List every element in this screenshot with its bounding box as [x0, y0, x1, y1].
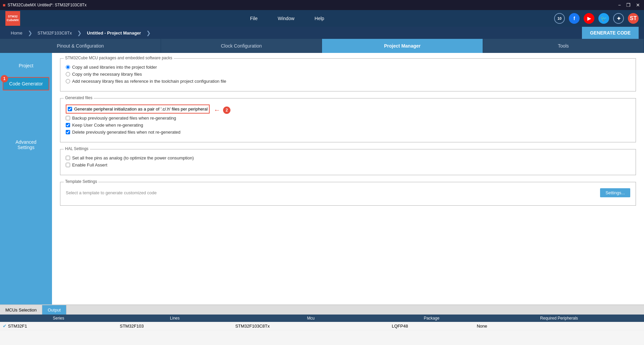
- tab-project-manager[interactable]: Project Manager: [322, 39, 483, 53]
- logo-box: STM32CubeMX: [5, 11, 20, 26]
- cell-series-value: STM32F1: [8, 324, 27, 329]
- hal-settings-group: HAL Settings Set all free pins as analog…: [60, 149, 636, 175]
- sidebar-item-code-generator[interactable]: 1 Code Generator: [3, 77, 49, 90]
- bottom-tabs: MCUs Selection Output: [0, 305, 644, 315]
- menu-file[interactable]: File: [250, 16, 258, 21]
- cell-lines: STM32F103: [117, 322, 232, 330]
- breadcrumb-chip[interactable]: STM32F103C8Tx: [32, 27, 77, 39]
- checkbox-free-pins[interactable]: [66, 156, 70, 160]
- checkbox-keep-user-code-label: Keep User Code when re-generating: [72, 123, 143, 128]
- logo: STM32CubeMX: [5, 11, 20, 26]
- menu-window[interactable]: Window: [278, 16, 294, 21]
- tab-tools[interactable]: Tools: [483, 39, 644, 53]
- radio-add-reference-label: Add necessary library files as reference…: [72, 79, 226, 84]
- col-lines: Lines: [117, 315, 232, 322]
- sidebar: Project 1 Code Generator Advanced Settin…: [0, 53, 52, 304]
- per-peripheral-highlighted: Generate peripheral initialization as a …: [66, 105, 210, 114]
- checkbox-full-assert[interactable]: [66, 163, 70, 167]
- checkbox-backup-label: Backup previously generated files when r…: [72, 116, 176, 121]
- col-mcu: Mcu: [232, 315, 389, 322]
- radio-add-reference-input[interactable]: [66, 79, 70, 83]
- radio-copy-all[interactable]: Copy all used libraries into the project…: [66, 65, 630, 70]
- close-button[interactable]: ✕: [635, 2, 641, 8]
- checkbox-delete-prev-row[interactable]: Delete previously generated files when n…: [66, 130, 630, 135]
- template-settings-content: Select a template to generate customized…: [66, 186, 630, 197]
- checkbox-keep-user-code-row[interactable]: Keep User Code when re-generating: [66, 123, 630, 128]
- logo-text: STM32CubeMX: [7, 15, 19, 22]
- restore-button[interactable]: ❐: [625, 2, 632, 8]
- breadcrumb-home[interactable]: Home: [5, 27, 28, 39]
- menubar: STM32CubeMX File Window Help 10 f ▶ 🐦 ✦ …: [0, 10, 644, 27]
- check-icon: ✔: [3, 323, 7, 329]
- radio-copy-necessary[interactable]: Copy only the necessary library files: [66, 72, 630, 77]
- titlebar-title: STM32CubeMX Untitled*: STM32F103C8Tx: [7, 3, 86, 7]
- tab-pinout[interactable]: Pinout & Configuration: [0, 39, 161, 53]
- checkbox-delete-prev-label: Delete previously generated files when n…: [72, 130, 180, 135]
- generate-code-button[interactable]: GENERATE CODE: [582, 27, 639, 39]
- arrow-annotation: ← 2: [214, 106, 230, 114]
- titlebar-controls: − ❐ ✕: [617, 2, 641, 8]
- checkbox-backup-row[interactable]: Backup previously generated files when r…: [66, 116, 630, 121]
- sidebar-item-project[interactable]: Project: [3, 60, 49, 72]
- generated-files-content: Generate peripheral initialization as a …: [66, 102, 630, 135]
- bottom-tab-output[interactable]: Output: [42, 305, 66, 315]
- mcu-packages-content: Copy all used libraries into the project…: [66, 63, 630, 84]
- cell-peripherals: None: [474, 322, 644, 330]
- cell-series: ✔ STM32F1: [0, 322, 117, 330]
- col-package: Package: [389, 315, 474, 322]
- checkbox-per-peripheral[interactable]: [68, 107, 72, 111]
- breadcrumb-bar: Home ❯ STM32F103C8Tx ❯ Untitled - Projec…: [0, 27, 644, 39]
- breadcrumb-project[interactable]: Untitled - Project Manager: [82, 27, 146, 39]
- tab-clock[interactable]: Clock Configuration: [161, 39, 322, 53]
- social-icons: 10 f ▶ 🐦 ✦ ST: [554, 13, 639, 24]
- breadcrumb-items: Home ❯ STM32F103C8Tx ❯ Untitled - Projec…: [5, 27, 151, 39]
- hal-settings-content: Set all free pins as analog (to optimize…: [66, 153, 630, 167]
- st-logo-icon[interactable]: ST: [628, 13, 639, 24]
- template-row: Select a template to generate customized…: [66, 188, 630, 197]
- youtube-icon[interactable]: ▶: [584, 13, 594, 24]
- content-area: STM32Cube MCU packages and embedded soft…: [52, 53, 644, 304]
- mcu-packages-group: STM32Cube MCU packages and embedded soft…: [60, 58, 636, 91]
- checkbox-delete-prev[interactable]: [66, 130, 70, 134]
- sidebar-project-label: Project: [19, 63, 34, 68]
- cell-mcu: STM32F103C8Tx: [232, 322, 389, 330]
- facebook-icon[interactable]: f: [569, 13, 580, 24]
- cell-package: LQFP48: [389, 322, 474, 330]
- menu-help[interactable]: Help: [315, 16, 324, 21]
- titlebar-icon: ■: [3, 2, 5, 8]
- checkbox-keep-user-code[interactable]: [66, 123, 70, 127]
- bottom-tab-mcus[interactable]: MCUs Selection: [0, 305, 42, 315]
- template-settings-group: Template Settings Select a template to g…: [60, 182, 636, 206]
- network-icon[interactable]: ✦: [613, 13, 624, 24]
- mcu-packages-legend: STM32Cube MCU packages and embedded soft…: [64, 56, 174, 60]
- table-row: ✔ STM32F1 STM32F103 STM32F103C8Tx LQFP48…: [0, 322, 644, 330]
- titlebar-left: ■ STM32CubeMX Untitled*: STM32F103C8Tx: [3, 2, 87, 8]
- hal-settings-legend: HAL Settings: [64, 146, 90, 151]
- bottom-panel: MCUs Selection Output Series Lines Mcu P…: [0, 304, 644, 345]
- template-settings-button[interactable]: Settings...: [600, 188, 630, 197]
- radio-copy-necessary-input[interactable]: [66, 72, 70, 76]
- checkbox-backup[interactable]: [66, 116, 70, 120]
- sidebar-badge-1: 1: [1, 75, 8, 82]
- col-peripherals: Required Peripherals: [474, 315, 644, 322]
- annotation-badge-2: 2: [223, 107, 230, 114]
- breadcrumb-sep-2: ❯: [77, 30, 82, 36]
- sidebar-advanced-label: Advanced Settings: [15, 139, 36, 150]
- checkbox-full-assert-row[interactable]: Enable Full Assert: [66, 162, 630, 167]
- anniversary-icon: 10: [554, 13, 565, 24]
- per-peripheral-label: Generate peripheral initialization as a …: [74, 107, 208, 112]
- checkbox-free-pins-row[interactable]: Set all free pins as analog (to optimize…: [66, 155, 630, 160]
- menu-items: File Window Help: [250, 16, 324, 21]
- generated-files-group: Generated files Generate peripheral init…: [60, 98, 636, 142]
- radio-add-reference[interactable]: Add necessary library files as reference…: [66, 79, 630, 84]
- minimize-button[interactable]: −: [617, 2, 622, 8]
- main-area: Project 1 Code Generator Advanced Settin…: [0, 53, 644, 304]
- radio-copy-necessary-label: Copy only the necessary library files: [72, 72, 142, 77]
- per-peripheral-row-container: Generate peripheral initialization as a …: [66, 105, 630, 116]
- template-placeholder-text: Select a template to generate customized…: [66, 190, 157, 195]
- template-settings-legend: Template Settings: [64, 179, 98, 184]
- radio-copy-all-input[interactable]: [66, 65, 70, 69]
- arrow-icon: ←: [214, 106, 220, 114]
- twitter-icon[interactable]: 🐦: [598, 13, 609, 24]
- sidebar-item-advanced-settings[interactable]: Advanced Settings: [3, 136, 49, 153]
